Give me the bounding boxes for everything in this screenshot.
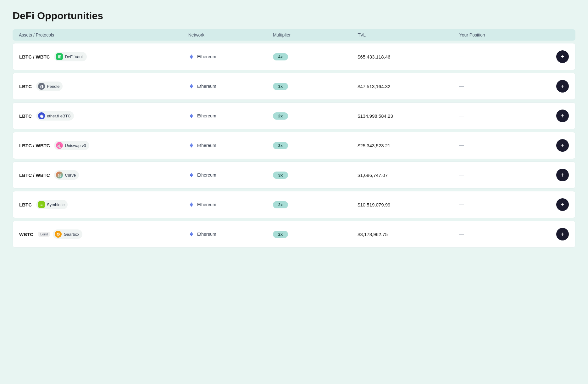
- table-body: LBTC / WBTC ⊞ DeFi Vault Ethereum 4x $65…: [13, 43, 575, 248]
- multiplier-badge: 2x: [273, 201, 288, 208]
- tvl-cell: $1,686,747.07: [358, 172, 459, 178]
- protocol-name: DeFi Vault: [65, 54, 84, 59]
- table-row: LBTC ≡ Symbiotic Ethereum 2x $10,519,079…: [13, 191, 575, 218]
- position-cell: —: [459, 54, 544, 59]
- network-name: Ethereum: [197, 54, 216, 59]
- multiplier-badge: 2x: [273, 231, 288, 238]
- defi-opportunities-table: Assets / Protocols Network Multiplier TV…: [13, 29, 575, 248]
- svg-marker-1: [191, 54, 193, 57]
- multiplier-cell: 2x: [273, 231, 358, 238]
- add-button[interactable]: +: [556, 80, 569, 93]
- table-row: LBTC / WBTC ⊞ DeFi Vault Ethereum 4x $65…: [13, 43, 575, 70]
- ethereum-icon: [188, 83, 195, 89]
- network-name: Ethereum: [197, 202, 216, 207]
- position-cell: —: [459, 202, 544, 207]
- add-button[interactable]: +: [556, 169, 569, 181]
- header-multiplier: Multiplier: [273, 32, 358, 37]
- add-button[interactable]: +: [556, 228, 569, 240]
- tvl-cell: $10,519,079.99: [358, 202, 459, 207]
- multiplier-badge: 3x: [273, 142, 288, 149]
- multiplier-badge: 3x: [273, 83, 288, 90]
- action-cell: +: [544, 110, 569, 122]
- header-tvl: TVL: [358, 32, 459, 37]
- multiplier-cell: 3x: [273, 83, 358, 90]
- protocol-name: Uniswap v3: [65, 143, 86, 148]
- ethereum-icon: [188, 54, 195, 60]
- action-cell: +: [544, 228, 569, 240]
- position-cell: —: [459, 231, 544, 237]
- protocol-icon: ≡: [38, 201, 45, 208]
- asset-cell: LBTC / WBTC ◎ Curve: [19, 170, 188, 180]
- table-row: LBTC / WBTC 🦄 Uniswap v3 Ethereum 3x $25…: [13, 132, 575, 159]
- action-cell: +: [544, 139, 569, 152]
- protocol-badge: ◎ Curve: [54, 170, 79, 180]
- svg-marker-27: [190, 232, 191, 234]
- tvl-cell: $3,178,962.75: [358, 232, 459, 237]
- network-name: Ethereum: [197, 84, 216, 89]
- asset-name: LBTC / WBTC: [19, 54, 50, 59]
- network-name: Ethereum: [197, 143, 216, 148]
- lend-tag: Lend: [38, 232, 50, 237]
- tvl-cell: $25,343,523.21: [358, 143, 459, 148]
- asset-name: WBTC: [19, 232, 33, 237]
- protocol-name: Gearbox: [64, 232, 79, 237]
- tvl-cell: $47,513,164.32: [358, 84, 459, 89]
- add-button[interactable]: +: [556, 139, 569, 152]
- tvl-cell: $65,433,118.46: [358, 54, 459, 59]
- svg-marker-23: [190, 202, 191, 205]
- position-cell: —: [459, 83, 544, 89]
- protocol-icon: ◎: [56, 172, 63, 178]
- protocol-badge: 🦄 Uniswap v3: [54, 141, 89, 150]
- action-cell: +: [544, 169, 569, 181]
- network-name: Ethereum: [197, 113, 216, 118]
- asset-cell: LBTC ≡ Symbiotic: [19, 200, 188, 209]
- asset-cell: LBTC / WBTC ⊞ DeFi Vault: [19, 52, 188, 61]
- multiplier-cell: 4x: [273, 53, 358, 60]
- protocol-icon: ◑: [38, 83, 45, 90]
- svg-marker-5: [191, 84, 193, 87]
- multiplier-badge: 2x: [273, 112, 288, 120]
- svg-marker-25: [191, 232, 193, 234]
- protocol-badge: ◑ Pendle: [36, 82, 63, 91]
- position-cell: —: [459, 172, 544, 178]
- svg-marker-21: [191, 202, 193, 205]
- table-row: WBTC Lend ⚙ Gearbox Ethereum 2x $3,178,9…: [13, 221, 575, 248]
- multiplier-cell: 2x: [273, 112, 358, 120]
- asset-cell: LBTC ◑ Pendle: [19, 82, 188, 91]
- table-row: LBTC ◉ ether.fi eBTC Ethereum 2x $134,99…: [13, 102, 575, 129]
- protocol-name: Curve: [65, 173, 76, 178]
- tvl-cell: $134,998,584.23: [358, 113, 459, 119]
- multiplier-badge: 4x: [273, 53, 288, 60]
- protocol-badge: ◉ ether.fi eBTC: [36, 111, 74, 121]
- header-position: Your Position: [459, 32, 544, 37]
- add-button[interactable]: +: [556, 50, 569, 63]
- table-row: LBTC / WBTC ◎ Curve Ethereum 3x $1,686,7…: [13, 161, 575, 189]
- ethereum-icon: [188, 201, 195, 208]
- add-button[interactable]: +: [556, 198, 569, 211]
- page-title: DeFi Opportunities: [13, 10, 575, 22]
- asset-cell: LBTC / WBTC 🦄 Uniswap v3: [19, 141, 188, 150]
- multiplier-cell: 3x: [273, 142, 358, 149]
- network-cell: Ethereum: [188, 231, 273, 237]
- asset-name: LBTC: [19, 113, 32, 119]
- svg-marker-15: [190, 143, 191, 146]
- action-cell: +: [544, 80, 569, 93]
- network-cell: Ethereum: [188, 172, 273, 178]
- svg-marker-3: [190, 54, 191, 57]
- ethereum-icon: [188, 231, 195, 237]
- table-row: LBTC ◑ Pendle Ethereum 3x $47,513,164.32…: [13, 73, 575, 100]
- svg-marker-7: [190, 84, 191, 87]
- svg-marker-11: [190, 114, 191, 116]
- protocol-icon: ⊞: [56, 53, 63, 60]
- asset-name: LBTC / WBTC: [19, 172, 50, 178]
- protocol-name: Pendle: [47, 84, 59, 89]
- network-cell: Ethereum: [188, 54, 273, 60]
- protocol-icon: 🦄: [56, 142, 63, 149]
- protocol-name: Symbiotic: [47, 202, 64, 207]
- ethereum-icon: [188, 113, 195, 119]
- svg-marker-9: [191, 114, 193, 116]
- add-button[interactable]: +: [556, 110, 569, 122]
- network-name: Ethereum: [197, 172, 216, 178]
- ethereum-icon: [188, 172, 195, 178]
- action-cell: +: [544, 50, 569, 63]
